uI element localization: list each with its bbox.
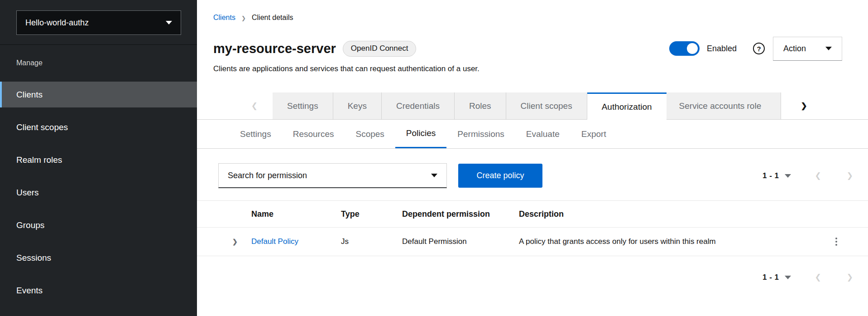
column-header-dependent-permission: Dependent permission — [402, 209, 519, 219]
enabled-toggle[interactable] — [669, 41, 700, 56]
subtab-settings[interactable]: Settings — [229, 120, 282, 148]
main-tabs: ❮ Settings Keys Credentials Roles Client… — [197, 92, 868, 120]
row-expand-chevron-icon[interactable]: ❯ — [232, 238, 251, 245]
app-window: Hello-world-authz Manage Clients Client … — [0, 0, 868, 316]
subtab-scopes[interactable]: Scopes — [345, 120, 395, 148]
chevron-left-icon: ❮ — [251, 102, 258, 110]
subtab-label: Policies — [406, 128, 436, 138]
sidebar-nav: Clients Client scopes Realm roles Users … — [0, 82, 197, 303]
create-policy-button[interactable]: Create policy — [458, 164, 542, 188]
tab-roles[interactable]: Roles — [455, 92, 506, 120]
sidebar-item-label: Realm roles — [16, 155, 62, 165]
header-controls: Enabled ? Action — [669, 37, 842, 61]
pagination-options-caret-icon[interactable] — [785, 174, 791, 178]
policies-toolbar: Search for permission Create policy 1 - … — [218, 163, 853, 188]
column-header-description: Description — [519, 209, 805, 219]
pagination-next-icon[interactable]: ❯ — [847, 272, 853, 282]
tab-label: Credentials — [396, 101, 440, 111]
subtab-export[interactable]: Export — [571, 120, 617, 148]
tabs-scroll-right[interactable]: ❯ — [781, 92, 868, 120]
sidebar-item-label: Users — [16, 188, 39, 198]
sidebar-item-events[interactable]: Events — [0, 277, 197, 303]
subtab-policies[interactable]: Policies — [395, 120, 446, 148]
column-header-name: Name — [251, 209, 341, 219]
tab-authorization[interactable]: Authorization — [587, 92, 667, 120]
toggle-knob — [687, 43, 698, 54]
subtab-label: Scopes — [355, 129, 384, 139]
sidebar-item-sessions[interactable]: Sessions — [0, 245, 197, 271]
search-select-value: Search for permission — [228, 171, 307, 180]
chevron-down-icon — [166, 21, 172, 24]
breadcrumb-current: Client details — [252, 14, 293, 22]
pagination-prev-icon[interactable]: ❮ — [815, 171, 821, 180]
chevron-down-icon — [825, 47, 832, 50]
action-dropdown-button[interactable]: Action — [773, 37, 842, 61]
realm-name: Hello-world-authz — [25, 18, 89, 28]
tab-label: Client scopes — [521, 101, 572, 111]
authorization-subtabs: Settings Resources Scopes Policies Permi… — [197, 120, 868, 149]
sidebar-item-label: Client scopes — [16, 122, 68, 132]
pagination-options-caret-icon[interactable] — [785, 276, 791, 279]
breadcrumb: Clients ❯ Client details — [197, 0, 868, 22]
sidebar-item-label: Groups — [16, 220, 44, 230]
policy-type-cell: Js — [341, 237, 402, 246]
tab-label: Service accounts role — [679, 101, 762, 111]
subtab-resources[interactable]: Resources — [282, 120, 345, 148]
pagination-range: 1 - 1 — [762, 273, 779, 282]
tab-service-accounts-roles[interactable]: Service accounts role — [667, 92, 781, 120]
tab-label: Keys — [348, 101, 367, 111]
protocol-badge: OpenID Connect — [343, 41, 417, 57]
pagination-next-icon[interactable]: ❯ — [847, 171, 853, 180]
pagination-bottom: 1 - 1 ❮ ❯ — [197, 272, 853, 282]
subtab-permissions[interactable]: Permissions — [446, 120, 515, 148]
policy-description-cell: A policy that grants access only for use… — [519, 237, 805, 246]
sidebar-item-label: Events — [16, 286, 43, 296]
help-icon[interactable]: ? — [753, 43, 765, 54]
enabled-label: Enabled — [707, 44, 737, 53]
tab-client-scopes[interactable]: Client scopes — [506, 92, 587, 120]
sidebar-item-users[interactable]: Users — [0, 180, 197, 205]
tab-label: Settings — [287, 101, 318, 111]
search-permission-select[interactable]: Search for permission — [218, 163, 447, 188]
table-header-row: Name Type Dependent permission Descripti… — [197, 201, 868, 228]
tab-label: Authorization — [602, 102, 652, 112]
page-title: my-resource-server — [213, 41, 336, 56]
action-label: Action — [783, 44, 806, 53]
subtab-label: Evaluate — [526, 129, 560, 139]
policy-name-link[interactable]: Default Policy — [251, 237, 341, 246]
chevron-right-icon: ❯ — [801, 102, 807, 110]
subtab-evaluate[interactable]: Evaluate — [515, 120, 571, 148]
subtab-label: Export — [581, 129, 606, 139]
sidebar-item-realm-roles[interactable]: Realm roles — [0, 147, 197, 173]
realm-selector-section: Hello-world-authz — [0, 0, 197, 45]
policy-dependent-cell: Default Permission — [402, 237, 519, 246]
page-subtitle: Clients are applications and services th… — [213, 64, 868, 73]
subtab-label: Permissions — [457, 129, 504, 139]
main-content: Clients ❯ Client details my-resource-ser… — [197, 0, 868, 316]
chevron-right-icon: ❯ — [241, 14, 246, 21]
tabs-scroll-left[interactable]: ❮ — [197, 92, 273, 120]
sidebar: Hello-world-authz Manage Clients Client … — [0, 0, 197, 316]
pagination-top: 1 - 1 ❮ ❯ — [762, 171, 853, 180]
tab-label: Roles — [469, 101, 491, 111]
pagination-prev-icon[interactable]: ❮ — [815, 272, 821, 282]
chevron-down-icon — [431, 174, 437, 177]
tab-keys[interactable]: Keys — [333, 92, 382, 120]
page-header: my-resource-server OpenID Connect Enable… — [197, 40, 868, 57]
realm-selector[interactable]: Hello-world-authz — [16, 10, 181, 35]
sidebar-item-client-scopes[interactable]: Client scopes — [0, 114, 197, 140]
policies-table: Name Type Dependent permission Descripti… — [197, 200, 868, 256]
subtab-label: Settings — [240, 129, 271, 139]
table-row: ❯ Default Policy Js Default Permission A… — [197, 228, 868, 256]
tab-credentials[interactable]: Credentials — [382, 92, 455, 120]
sidebar-item-clients[interactable]: Clients — [0, 82, 197, 107]
sidebar-item-groups[interactable]: Groups — [0, 212, 197, 238]
row-kebab-menu-icon[interactable] — [833, 235, 840, 248]
nav-section-label: Manage — [16, 59, 197, 67]
subtab-label: Resources — [293, 129, 334, 139]
sidebar-item-label: Clients — [16, 90, 43, 100]
sidebar-item-label: Sessions — [16, 253, 51, 263]
pagination-range: 1 - 1 — [762, 171, 779, 180]
breadcrumb-link-clients[interactable]: Clients — [213, 14, 235, 22]
tab-settings[interactable]: Settings — [273, 92, 333, 120]
